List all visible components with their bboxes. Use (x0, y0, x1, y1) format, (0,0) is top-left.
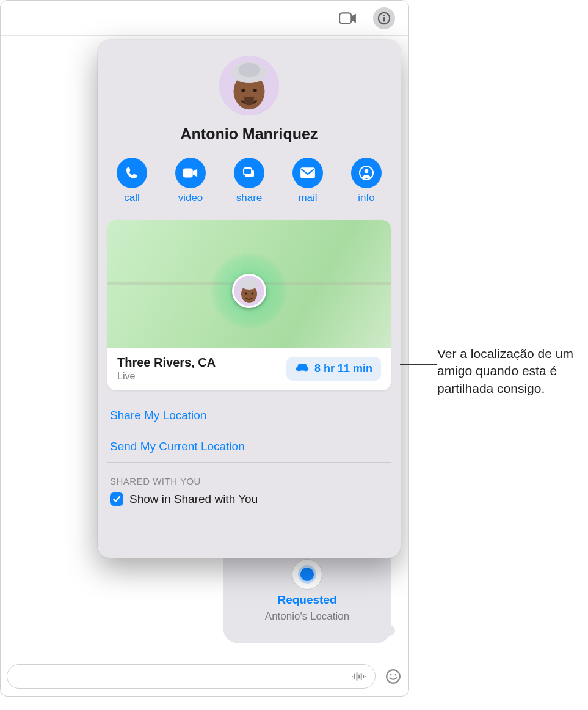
send-current-location-link[interactable]: Send My Current Location (107, 431, 391, 463)
message-input[interactable] (7, 664, 376, 689)
request-subtitle: Antonio's Location (265, 610, 349, 623)
location-status: Live (117, 371, 216, 382)
mail-label: mail (298, 192, 317, 204)
audio-record-icon[interactable] (350, 669, 369, 684)
callout-text: Ver a localização de um amigo quando est… (437, 345, 584, 397)
share-my-location-link[interactable]: Share My Location (107, 400, 391, 431)
details-info-button[interactable] (373, 7, 395, 29)
shared-with-you-header: SHARED WITH YOU (107, 463, 391, 492)
info-action-button[interactable]: info (344, 158, 388, 204)
video-icon (175, 158, 206, 188)
drive-time-button[interactable]: 8 hr 11 min (286, 357, 381, 381)
svg-point-2 (383, 15, 385, 16)
facetime-video-icon[interactable] (339, 9, 357, 27)
call-label: call (124, 192, 140, 204)
svg-point-7 (241, 89, 245, 92)
svg-point-18 (245, 292, 247, 294)
contact-header: Antonio Manriquez (98, 40, 401, 143)
location-dot-icon (292, 559, 322, 590)
map-footer: Three Rivers, CA Live 8 hr 11 min (107, 348, 391, 390)
map-avatar-pin (232, 274, 266, 308)
svg-point-25 (394, 674, 396, 676)
svg-rect-11 (244, 168, 252, 175)
mail-icon (292, 158, 323, 188)
callout-line (400, 364, 437, 365)
person-icon (351, 158, 382, 188)
location-links: Share My Location Send My Current Locati… (107, 400, 391, 510)
phone-icon (117, 158, 147, 188)
show-in-shared-label: Show in Shared with You (129, 492, 258, 506)
contact-details-popover: Antonio Manriquez call video share (98, 40, 401, 558)
svg-rect-12 (300, 167, 315, 178)
show-in-shared-row[interactable]: Show in Shared with You (107, 492, 391, 510)
screenshare-icon (234, 158, 264, 188)
svg-point-8 (253, 89, 257, 92)
svg-point-22 (305, 370, 307, 372)
location-place: Three Rivers, CA (117, 356, 216, 370)
mail-button[interactable]: mail (286, 158, 330, 204)
info-label: info (358, 192, 374, 204)
svg-point-24 (390, 674, 392, 676)
call-button[interactable]: call (110, 158, 154, 204)
share-button[interactable]: share (227, 158, 271, 204)
map-preview[interactable] (107, 220, 391, 348)
svg-point-14 (365, 169, 368, 173)
contact-avatar[interactable] (219, 56, 279, 115)
conversation-toolbar (1, 1, 408, 36)
svg-point-21 (298, 370, 300, 372)
request-title: Requested (277, 593, 336, 607)
svg-point-19 (252, 292, 253, 294)
car-icon (295, 362, 310, 376)
message-input-bar (7, 664, 402, 689)
video-label: video (178, 192, 203, 204)
svg-rect-0 (339, 13, 351, 23)
drive-time-label: 8 hr 11 min (314, 362, 372, 375)
svg-rect-9 (183, 169, 193, 178)
svg-point-6 (238, 63, 260, 78)
emoji-picker-button[interactable] (384, 667, 402, 686)
contact-name: Antonio Manriquez (181, 125, 318, 143)
contact-action-row: call video share mail (98, 143, 401, 220)
video-button[interactable]: video (169, 158, 212, 204)
svg-point-17 (240, 279, 258, 290)
share-label: share (236, 192, 263, 204)
svg-point-23 (387, 670, 400, 683)
location-map-card[interactable]: Three Rivers, CA Live 8 hr 11 min (107, 220, 391, 390)
checkbox-checked-icon[interactable] (110, 492, 123, 506)
messages-window: Requested Antonio's Location Antonio Man… (0, 0, 409, 697)
